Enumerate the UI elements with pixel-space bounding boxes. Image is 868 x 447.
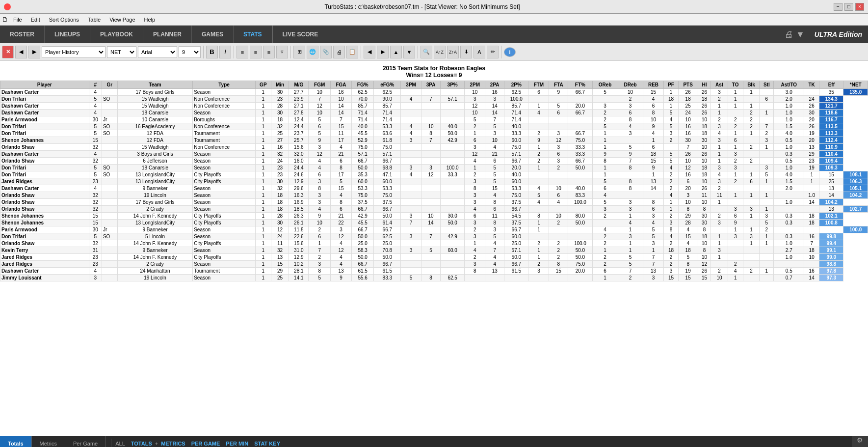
col-header-stl[interactable]: Stl: [760, 81, 774, 89]
view-mode-select[interactable]: Player History: [42, 46, 105, 58]
minimize-button[interactable]: −: [834, 3, 842, 11]
tab-totals[interactable]: Totals: [0, 436, 32, 447]
metrics-link[interactable]: METRICS: [161, 441, 185, 447]
col-header-fgm[interactable]: FGM: [309, 81, 331, 89]
col-header-pf[interactable]: PF: [664, 81, 678, 89]
align-right-button[interactable]: ≡: [263, 46, 275, 58]
table-row[interactable]: Shenon Johannes1514 John F. KennedyCity …: [0, 213, 868, 220]
per-min-link[interactable]: PER MIN: [226, 441, 248, 447]
font-size-select[interactable]: 9: [179, 46, 201, 58]
col-header-ast[interactable]: Ast: [711, 81, 728, 89]
col-header-ftm[interactable]: FTM: [528, 81, 549, 89]
col-header-fga[interactable]: FGA: [331, 81, 352, 89]
col-header-3pm[interactable]: 3PM: [401, 81, 421, 89]
tab-live-score[interactable]: LIVE SCORE: [273, 26, 329, 43]
menu-file[interactable]: File: [9, 16, 26, 24]
col-header-gr[interactable]: Gr: [102, 81, 117, 89]
export-button[interactable]: 📋: [346, 46, 358, 58]
table-row[interactable]: Don Trifari5SO13 LongIslandCityCity Play…: [0, 171, 868, 178]
clip-button[interactable]: 📎: [320, 46, 332, 58]
col-header-type[interactable]: Type: [193, 81, 256, 89]
zoom-button[interactable]: 🔍: [421, 46, 432, 58]
filter-button[interactable]: ▿: [276, 46, 288, 58]
table-row[interactable]: Dashawn Carter415 WadleighNon Conference…: [0, 103, 868, 110]
align-center-button[interactable]: ≡: [250, 46, 262, 58]
font-select[interactable]: Arial: [138, 46, 177, 58]
table-row[interactable]: Jared Ridges2314 John F. KennedyCity Pla…: [0, 254, 868, 261]
tab-playbook[interactable]: PLAYBOOK: [90, 26, 143, 43]
download-button[interactable]: ⬇: [460, 46, 472, 58]
menu-table[interactable]: Table: [84, 16, 105, 24]
col-header-pts[interactable]: PTS: [678, 81, 698, 89]
table-row[interactable]: Don Trifari5SO15 WadleighNon Conference1…: [0, 96, 868, 103]
all-link[interactable]: ALL: [115, 441, 125, 447]
table-row[interactable]: Kevin Terry319 BannekerSeason13231.07125…: [0, 247, 868, 254]
table-row[interactable]: Dashawn Carter49 BannekerSeason13229.681…: [0, 185, 868, 192]
settings-button[interactable]: ⚙: [852, 436, 868, 447]
tab-metrics[interactable]: Metrics: [32, 436, 65, 447]
col-header-ft-[interactable]: FT%: [568, 81, 592, 89]
align-left-button[interactable]: ≡: [237, 46, 248, 58]
col-header-hi[interactable]: HI: [698, 81, 710, 89]
forward-button[interactable]: ▶: [28, 46, 40, 58]
tab-stats[interactable]: STATS: [234, 26, 272, 43]
info-button[interactable]: i: [504, 47, 516, 57]
col-header-ast-to[interactable]: Ast/TO: [774, 81, 804, 89]
col-header-tk[interactable]: TK: [804, 81, 819, 89]
table-row[interactable]: Jared Ridges232 GradySeason11510.23466.7…: [0, 261, 868, 268]
col-header-efg-[interactable]: eFG%: [374, 81, 401, 89]
col-header-dreb[interactable]: DReb: [618, 81, 643, 89]
stat-key-link[interactable]: STAT KEY: [254, 441, 280, 447]
col-header-2p-[interactable]: 2P%: [504, 81, 528, 89]
table-row[interactable]: Orlando Shaw326 JeffersonSeason12416.046…: [0, 158, 868, 165]
table-row[interactable]: Dashawn Carter417 Boys and GirlsSeason13…: [0, 89, 868, 96]
sort-az-button[interactable]: A↑Z: [434, 46, 446, 58]
col-header--[interactable]: #: [89, 81, 102, 89]
col-header-fg-[interactable]: FG%: [351, 81, 374, 89]
table-row[interactable]: Dashawn Carter424 ManhattanTournament129…: [0, 268, 868, 275]
col-header-to[interactable]: TO: [728, 81, 743, 89]
tab-per-game[interactable]: Per Game: [65, 436, 106, 447]
table-row[interactable]: Paris Armwood30Jr10 CanarsieBoroughs1181…: [0, 116, 868, 123]
table-row[interactable]: Don Trifari5SO12 FDATournament12523.7511…: [0, 130, 868, 137]
col-header-fta[interactable]: FTA: [549, 81, 568, 89]
maximize-button[interactable]: □: [844, 3, 853, 11]
table-row[interactable]: Orlando Shaw3214 John F. KennedyCity Pla…: [0, 240, 868, 247]
tab-lineups[interactable]: LINEUPS: [45, 26, 90, 43]
close-view-button[interactable]: ✕: [2, 46, 14, 58]
col-header-reb[interactable]: REB: [643, 81, 664, 89]
menu-help[interactable]: Help: [140, 16, 159, 24]
filter-select[interactable]: NET: [107, 46, 136, 58]
col-header-team[interactable]: Team: [117, 81, 192, 89]
col-header-gp[interactable]: GP: [255, 81, 271, 89]
menu-sort-options[interactable]: Sort Options: [45, 16, 83, 24]
col-header-m-g[interactable]: M/G: [289, 81, 309, 89]
table-row[interactable]: Dashawn Carter43 Boys and GirlsSeason132…: [0, 151, 868, 158]
col-header-3pa[interactable]: 3PA: [421, 81, 441, 89]
italic-button[interactable]: I: [219, 46, 231, 58]
table-row[interactable]: Jared Ridges2313 LongIslandCityCity Play…: [0, 178, 868, 185]
table-row[interactable]: Jimmy Louissant319 LincolnSeason12514.15…: [0, 275, 868, 281]
first-record-button[interactable]: ▲: [390, 46, 402, 58]
col-header-2pa[interactable]: 2PA: [485, 81, 504, 89]
table-row[interactable]: Orlando Shaw3217 Boys and GirlsSeason118…: [0, 199, 868, 206]
col-header-blk[interactable]: Blk: [743, 81, 760, 89]
table-row[interactable]: Dashawn Carter418 CanarsieSeason13027.81…: [0, 110, 868, 116]
print-button[interactable]: 🖨: [333, 46, 345, 58]
back-button[interactable]: ◀: [15, 46, 27, 58]
col-header-3p-[interactable]: 3P%: [441, 81, 465, 89]
table-row[interactable]: Shenon Johannes1513 LongIslandCityCity P…: [0, 220, 868, 226]
col-header-min[interactable]: Min: [271, 81, 289, 89]
prev-record-button[interactable]: ◀: [364, 46, 375, 58]
table-row[interactable]: Shenon Johannes1512 FDATournament12725.7…: [0, 137, 868, 144]
table-row[interactable]: Don Trifari5SO18 CanarsieSeason12324.448…: [0, 165, 868, 171]
col-header-player[interactable]: Player: [0, 81, 89, 89]
tab-roster[interactable]: ROSTER: [0, 26, 45, 43]
globe-button[interactable]: 🌐: [307, 46, 318, 58]
table-row[interactable]: Orlando Shaw3219 LincolnSeason11816.3347…: [0, 192, 868, 199]
totals-link[interactable]: TOTALS: [131, 441, 152, 447]
close-button[interactable]: ×: [855, 3, 864, 11]
col-header-2pm[interactable]: 2PM: [465, 81, 485, 89]
table-row[interactable]: Orlando Shaw3215 WadleighNon Conference1…: [0, 144, 868, 151]
menu-edit[interactable]: Edit: [27, 16, 44, 24]
